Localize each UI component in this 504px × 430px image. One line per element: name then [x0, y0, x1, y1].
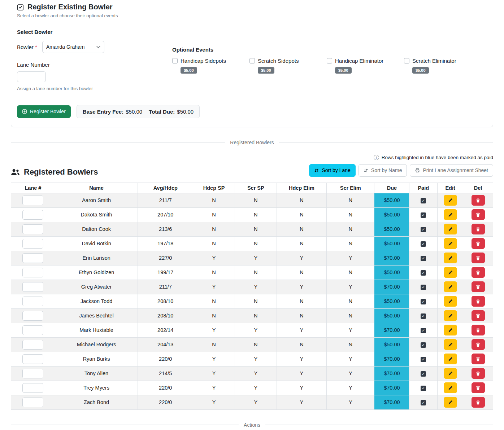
delete-button[interactable]	[472, 209, 485, 220]
paid-checkbox[interactable]: ✓	[421, 371, 426, 377]
edit-cell	[437, 337, 463, 352]
delete-button[interactable]	[472, 296, 485, 307]
delete-button[interactable]	[472, 354, 485, 364]
paid-checkbox[interactable]: ✓	[421, 241, 426, 247]
sort-by-lane-button[interactable]: Sort by Lane	[309, 164, 355, 177]
delete-button[interactable]	[472, 238, 485, 249]
delete-button[interactable]	[472, 325, 485, 335]
avg-hdcp-cell: 202/14	[138, 323, 193, 337]
row-lane-input[interactable]	[22, 282, 43, 292]
edit-button[interactable]	[444, 325, 457, 335]
due-cell: $70.00	[374, 251, 409, 265]
table-row: Michael Rodgers 204/13 N N N N $50.00 ✓	[11, 337, 493, 352]
paid-checkbox[interactable]: ✓	[421, 357, 426, 362]
delete-button[interactable]	[472, 382, 485, 393]
paid-checkbox[interactable]: ✓	[421, 198, 426, 203]
scr-sp-cell: Y	[235, 280, 277, 294]
clipboard-plus-icon	[22, 109, 27, 114]
row-lane-input[interactable]	[22, 325, 43, 335]
table-row: Jackson Todd 208/10 N N N N $50.00 ✓	[11, 294, 493, 308]
col-del: Del	[463, 183, 493, 193]
bowler-select[interactable]: Amanda Graham	[42, 41, 104, 53]
edit-button[interactable]	[444, 296, 457, 307]
event-checkbox[interactable]	[249, 58, 255, 63]
paid-checkbox[interactable]: ✓	[421, 285, 426, 290]
scr-elim-cell: N	[327, 337, 374, 352]
due-cell: $50.00	[374, 265, 409, 280]
row-lane-input[interactable]	[22, 196, 43, 205]
delete-button[interactable]	[472, 281, 485, 292]
row-lane-input[interactable]	[22, 239, 43, 249]
paid-checkbox[interactable]: ✓	[421, 212, 426, 218]
event-scratch-eliminator: Scratch Eliminator $5.00	[404, 58, 481, 74]
edit-button[interactable]	[444, 281, 457, 292]
paid-checkbox[interactable]: ✓	[421, 256, 426, 261]
edit-button[interactable]	[444, 368, 457, 379]
register-card-body: Select Bowler Bowler * Amanda Graham	[11, 23, 493, 127]
edit-button[interactable]	[444, 354, 457, 364]
edit-button[interactable]	[444, 339, 457, 350]
paid-checkbox[interactable]: ✓	[421, 270, 426, 276]
edit-button[interactable]	[444, 195, 457, 206]
paid-checkbox[interactable]: ✓	[421, 328, 426, 333]
bowler-name-cell: Jackson Todd	[55, 294, 138, 308]
row-lane-input[interactable]	[22, 369, 43, 378]
edit-button[interactable]	[444, 224, 457, 234]
register-card-header: Register Existing Bowler Select a bowler…	[11, 0, 493, 23]
paid-checkbox[interactable]: ✓	[421, 227, 426, 232]
delete-button[interactable]	[472, 195, 485, 206]
hdcp-elim-cell: Y	[277, 323, 326, 337]
row-lane-input[interactable]	[22, 340, 43, 350]
print-lane-assignment-button[interactable]: Print Lane Assignment Sheet	[410, 164, 493, 177]
event-checkbox[interactable]	[172, 58, 178, 63]
row-lane-input[interactable]	[22, 383, 43, 393]
optional-events-row: Handicap Sidepots $5.00 Scratch Sidepots…	[172, 58, 487, 74]
row-lane-input[interactable]	[22, 224, 43, 234]
row-lane-input[interactable]	[22, 210, 43, 220]
sort-by-name-button[interactable]: Sort by Name	[359, 164, 407, 177]
lane-cell	[11, 193, 55, 207]
scr-sp-cell: N	[235, 222, 277, 236]
edit-button[interactable]	[444, 253, 457, 263]
paid-checkbox[interactable]: ✓	[421, 313, 426, 319]
row-lane-input[interactable]	[22, 354, 43, 364]
row-lane-input[interactable]	[22, 253, 43, 263]
optional-events-heading: Optional Events	[172, 47, 487, 53]
delete-button[interactable]	[472, 253, 485, 263]
register-bowler-button[interactable]: Register Bowler	[17, 105, 71, 118]
row-lane-input[interactable]	[22, 398, 43, 407]
paid-checkbox[interactable]: ✓	[421, 400, 426, 405]
delete-button[interactable]	[472, 224, 485, 234]
delete-button[interactable]	[472, 339, 485, 350]
table-row: James Bechtel 208/10 N N N N $50.00 ✓	[11, 308, 493, 323]
lane-cell	[11, 236, 55, 251]
avg-hdcp-cell: 207/10	[138, 207, 193, 222]
due-cell: $50.00	[374, 308, 409, 323]
delete-button[interactable]	[472, 267, 485, 278]
lane-number-input[interactable]	[17, 71, 46, 82]
delete-button[interactable]	[472, 310, 485, 321]
row-lane-input[interactable]	[22, 268, 43, 277]
paid-checkbox[interactable]: ✓	[421, 299, 426, 304]
event-checkbox[interactable]	[404, 58, 409, 63]
edit-button[interactable]	[444, 382, 457, 393]
delete-button[interactable]	[472, 368, 485, 379]
bowler-name-cell: James Bechtel	[55, 308, 138, 323]
edit-button[interactable]	[444, 397, 457, 408]
edit-button[interactable]	[444, 310, 457, 321]
event-checkbox[interactable]	[327, 58, 332, 63]
row-lane-input[interactable]	[22, 311, 43, 321]
hdcp-sp-cell: N	[193, 193, 235, 207]
edit-cell	[437, 366, 463, 381]
trash-icon	[476, 227, 480, 232]
paid-checkbox[interactable]: ✓	[421, 386, 426, 391]
base-fee-label: Base Entry Fee:	[83, 109, 123, 115]
edit-button[interactable]	[444, 267, 457, 278]
edit-button[interactable]	[444, 238, 457, 249]
row-lane-input[interactable]	[22, 297, 43, 306]
delete-button[interactable]	[472, 397, 485, 408]
table-row: Tony Allen 214/5 Y Y Y Y $70.00 ✓	[11, 366, 493, 381]
avg-hdcp-cell: 199/17	[138, 265, 193, 280]
paid-checkbox[interactable]: ✓	[421, 342, 426, 348]
edit-button[interactable]	[444, 209, 457, 220]
